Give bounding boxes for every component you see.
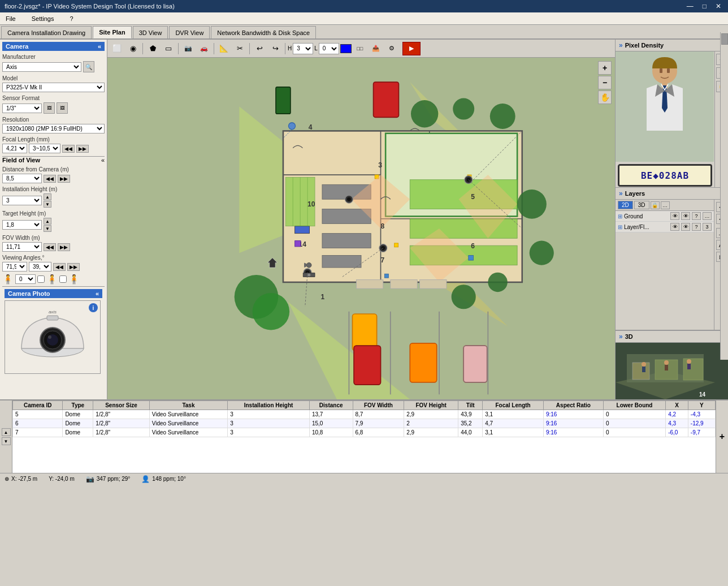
pan-btn[interactable]: ✋ (598, 91, 612, 104)
zoom-out-btn[interactable]: − (598, 76, 612, 89)
sensor-format-btn1[interactable]: 🖼 (44, 102, 55, 114)
toolbar-settings-btn[interactable]: ⚙ (384, 42, 399, 55)
layer-more-btn[interactable]: … (661, 201, 670, 209)
svg-point-34 (347, 197, 351, 201)
layer-floor-expand[interactable]: ⊞ (618, 224, 622, 230)
floor-plan[interactable]: 4 3 5 6 7 8 10 14 1 (107, 58, 615, 399)
layer-floor-eye1[interactable]: 👁 (670, 223, 679, 231)
row-nav-down[interactable]: ▼ (2, 437, 11, 445)
viewing-right[interactable]: ▶▶ (67, 263, 80, 271)
install-height-up[interactable]: ▲ (44, 193, 51, 200)
viewing-angle-v[interactable]: 39,6 (29, 262, 51, 272)
maximize-button[interactable]: □ (700, 2, 709, 10)
layer-floor-lock[interactable]: ? (692, 223, 701, 231)
target-height-select[interactable]: 1,8 (2, 220, 42, 230)
sensor-format-btn2[interactable]: 🖼 (57, 102, 68, 114)
status-density2: 148 ppm; 10° (152, 476, 186, 482)
th-camera-id: Camera ID (13, 401, 63, 410)
person-height-select[interactable]: 0 (15, 274, 36, 284)
table-cell: Dome (63, 419, 93, 428)
layer-ground-expand[interactable]: ⊞ (618, 213, 622, 219)
toolbar-redo-btn[interactable]: ↪ (268, 42, 283, 55)
layer-ground-more[interactable]: … (703, 212, 712, 220)
viewing-left[interactable]: ◀◀ (53, 263, 66, 271)
menu-settings[interactable]: Settings (28, 14, 58, 23)
layer-2d-btn[interactable]: 2D (618, 201, 633, 209)
layer-floor-eye2[interactable]: 👁 (681, 223, 690, 231)
tab-site-plan[interactable]: Site Plan (93, 26, 131, 38)
toolbar-undo-btn[interactable]: ↩ (252, 42, 267, 55)
install-height-down[interactable]: ▼ (44, 201, 51, 208)
table-cell: 7 (13, 428, 63, 437)
toolbar-car-btn[interactable]: 🚗 (197, 42, 211, 55)
right-scroll-thumb[interactable] (721, 33, 728, 45)
manufacturer-select[interactable]: Axis (2, 62, 81, 72)
layer-ground-lock[interactable]: ? (692, 212, 701, 220)
layers-section: » Layers 2D 3D 🔒 … ⊞ Ground (616, 188, 728, 330)
toolbar-export-btn[interactable]: 📤 (369, 42, 383, 55)
bottom-add-btn[interactable]: + (716, 400, 728, 473)
zoom-in-btn[interactable]: + (598, 61, 612, 75)
menu-help[interactable]: ? (66, 14, 76, 23)
sensor-format-label: Sensor Format (2, 95, 105, 101)
svg-point-60 (453, 98, 474, 120)
minimize-button[interactable]: — (684, 2, 696, 10)
table-cell: Video Surveillance (149, 410, 228, 419)
bottom-inner: ▲ ▼ Camera ID Type Sensor Size Task Inst… (0, 400, 728, 473)
tab-network[interactable]: Network Bandwidth & Disk Space (211, 26, 316, 38)
toolbar-rect-btn[interactable]: ▭ (161, 42, 176, 55)
focal-left-btn[interactable]: ◀◀ (62, 145, 75, 153)
focal-length-select2[interactable]: 3~10,5 (29, 144, 60, 153)
distance-select[interactable]: 8,5 (2, 174, 42, 183)
table-row[interactable]: 6Dome1/2,8"Video Surveillance315,07,9235… (13, 419, 716, 428)
svg-point-63 (530, 241, 554, 265)
close-button[interactable]: ✕ (713, 2, 723, 10)
fov-width-select[interactable]: 11,71 (2, 242, 42, 252)
layer-ground-eye1[interactable]: 👁 (670, 212, 679, 220)
threed-viewport[interactable]: 14 (616, 343, 728, 399)
model-select[interactable]: P3225-V Mk II (2, 83, 105, 92)
resolution-select[interactable]: 1920x1080 (2MP 16:9 FullHD) (2, 124, 105, 133)
install-height-select[interactable]: 3 (2, 196, 42, 205)
tab-3d-view[interactable]: 3D View (133, 26, 168, 38)
th-x: X (666, 401, 688, 410)
right-scrollbar[interactable] (720, 32, 728, 360)
show-person-checkbox2[interactable] (59, 275, 67, 283)
viewing-angle-h[interactable]: 71,9 (2, 262, 27, 272)
sensor-format-select[interactable]: 1/3" (2, 104, 42, 113)
distance-row: 8,5 ◀◀ ▶▶ (2, 174, 105, 183)
table-row[interactable]: 7Dome1/2,8"Video Surveillance310,86,82,9… (13, 428, 716, 437)
fov-width-right[interactable]: ▶▶ (58, 243, 70, 251)
target-height-up[interactable]: ▲ (44, 218, 51, 225)
focal-right-btn[interactable]: ▶▶ (76, 145, 89, 153)
th-tilt: Tilt (458, 401, 483, 410)
distance-left-btn[interactable]: ◀◀ (44, 175, 56, 183)
show-person-checkbox1[interactable] (37, 275, 45, 283)
table-row[interactable]: 5Dome1/2,8"Video Surveillance313,78,72,9… (13, 410, 716, 419)
manufacturer-search-button[interactable]: 🔍 (83, 61, 94, 72)
toolbar-select-btn[interactable]: ⬜ (110, 42, 124, 55)
color-picker[interactable] (340, 44, 352, 53)
layer-floor-more[interactable]: 3 (703, 223, 712, 231)
target-height-row: 1,8 ▲ ▼ (2, 218, 105, 232)
layer-lock-btn[interactable]: 🔒 (651, 201, 660, 209)
toolbar-camera-btn[interactable]: 📷 (181, 42, 196, 55)
toolbar-draw-btn[interactable]: ◉ (125, 42, 140, 55)
target-height-down[interactable]: ▼ (44, 225, 51, 232)
height-select[interactable]: 3 (293, 43, 313, 54)
video-feed-btn[interactable]: ▶ (402, 42, 421, 55)
toolbar-more-btn[interactable]: □□ (353, 42, 367, 55)
level-select[interactable]: 0 (319, 43, 339, 54)
menu-file[interactable]: File (2, 14, 19, 23)
row-nav-up[interactable]: ▲ (2, 428, 11, 436)
distance-right-btn[interactable]: ▶▶ (58, 175, 70, 183)
tab-dvr-view[interactable]: DVR View (169, 26, 210, 38)
toolbar-polygon-btn[interactable]: ⬟ (145, 42, 160, 55)
fov-width-left[interactable]: ◀◀ (44, 243, 56, 251)
layer-ground-eye2[interactable]: 👁 (681, 212, 690, 220)
toolbar-cut-btn[interactable]: ✂ (232, 42, 247, 55)
toolbar-measure-btn[interactable]: 📐 (216, 42, 231, 55)
layer-3d-btn[interactable]: 3D (634, 201, 649, 209)
focal-length-select1[interactable]: 4,21 (2, 144, 27, 153)
tab-camera-installation[interactable]: Camera Installation Drawing (1, 26, 92, 38)
